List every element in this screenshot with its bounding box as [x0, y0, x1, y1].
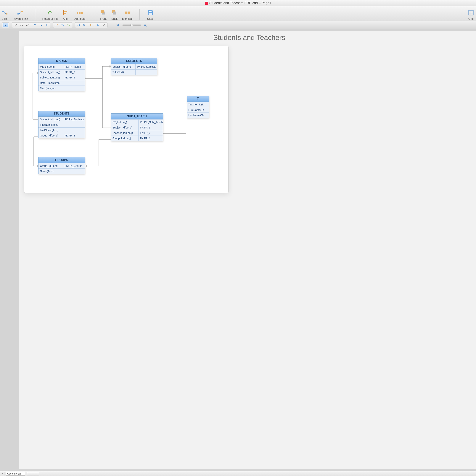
- svg-rect-0: [2, 11, 4, 12]
- align-button[interactable]: Align: [63, 9, 69, 20]
- svg-rect-3: [17, 13, 19, 15]
- field-name: Student_Id(Long): [38, 69, 63, 75]
- svg-rect-20: [149, 11, 152, 12]
- zoom-in-button[interactable]: [143, 23, 148, 27]
- svg-rect-14: [101, 10, 104, 13]
- refresh-tool[interactable]: [76, 23, 81, 27]
- field-name: Group_Id(Long): [38, 133, 63, 138]
- entity-subjects[interactable]: SUBJECTS Subject_Id(Long)PK:PK_Subjects …: [111, 58, 157, 75]
- curve-tool[interactable]: [25, 23, 30, 27]
- front-button[interactable]: Front: [100, 9, 107, 20]
- eyedropper-tool[interactable]: [101, 23, 106, 27]
- toolbar-label: Identical: [122, 17, 133, 20]
- field-key: [63, 80, 85, 85]
- hconnector-tool[interactable]: [32, 23, 37, 27]
- svg-marker-36: [77, 25, 78, 26]
- field-name: Teacher_Id(Long): [111, 130, 138, 136]
- rotate-flip-button[interactable]: Rotate & Flip: [42, 9, 59, 20]
- field-key: FK:FR_6: [63, 69, 85, 75]
- field-key: [63, 128, 85, 133]
- send-back-icon: [111, 9, 118, 16]
- toolbar-label: Reverse link: [13, 17, 28, 20]
- svg-rect-10: [77, 12, 78, 14]
- branch-tool[interactable]: [44, 23, 49, 27]
- zoom-controls: [116, 23, 148, 27]
- entity-marks[interactable]: MARKS MarkId(Long)PK:PK_Marks Student_Id…: [38, 58, 85, 91]
- svg-point-31: [56, 24, 58, 26]
- connector-tool-group: [12, 22, 51, 28]
- field-name: Date(TimeStamp): [38, 80, 63, 85]
- svg-marker-72: [2, 473, 3, 475]
- vconnector-tool[interactable]: [38, 23, 43, 27]
- entity-title: STUDENTS: [38, 111, 85, 117]
- field-name: Student_Id(Long): [38, 117, 63, 122]
- page-tabstrip: [27, 472, 39, 476]
- entity-groups[interactable]: GROUPS Group_Id(Long)PK:PK_Groups Name(T…: [38, 157, 85, 174]
- ungroup-tool[interactable]: [66, 23, 71, 27]
- svg-rect-16: [113, 12, 116, 15]
- svg-rect-35: [69, 25, 70, 26]
- lasso-tool[interactable]: [54, 23, 59, 27]
- svg-marker-27: [5, 24, 6, 26]
- field-name: Teacher_Id(L: [187, 102, 209, 107]
- grid-icon: [467, 9, 475, 16]
- identical-icon: [124, 9, 131, 16]
- field-key: [63, 86, 85, 91]
- page-tab[interactable]: [35, 472, 39, 476]
- entity-title: SUBJ_TEACH: [111, 114, 163, 119]
- pointer-tool[interactable]: [3, 23, 8, 27]
- floppy-icon: [147, 9, 154, 16]
- field-key: PK:PK_Subjects: [136, 64, 157, 69]
- group-tool[interactable]: [60, 23, 65, 27]
- window-title: Students and Teachers ERD.cdd – Page1: [209, 1, 271, 5]
- reverse-link-button[interactable]: Reverse link: [13, 9, 28, 20]
- svg-rect-17: [125, 12, 127, 14]
- svg-line-38: [85, 25, 86, 26]
- back-button[interactable]: Back: [111, 9, 118, 20]
- line-tool[interactable]: [13, 23, 18, 27]
- page-tab[interactable]: [31, 472, 35, 476]
- secondary-toolbar: [0, 21, 476, 29]
- make-link-button[interactable]: e link: [1, 9, 9, 20]
- zoom-dropdown[interactable]: Custom 61%: [6, 472, 25, 476]
- toolbar-separator: [93, 9, 93, 20]
- grid-button[interactable]: Grid: [467, 9, 475, 20]
- workspace[interactable]: Students and Teachers: [0, 29, 476, 471]
- toolbar-label: e link: [2, 17, 8, 20]
- stamp-tool[interactable]: [95, 23, 100, 27]
- svg-rect-22: [469, 10, 473, 15]
- entity-title: MARKS: [38, 58, 85, 64]
- pan-tool[interactable]: [88, 23, 93, 27]
- toolbar-label: Distribute: [74, 17, 85, 20]
- save-button[interactable]: Save: [147, 9, 154, 20]
- field-key: PK:PK_Groups: [63, 163, 85, 169]
- page-prev-button[interactable]: [0, 472, 4, 476]
- field-name: Mark(Integer): [38, 86, 63, 91]
- toolbar-separator: [139, 9, 140, 20]
- field-name: Subject_Id(Long): [111, 125, 138, 130]
- field-name: LastName(Text): [38, 128, 63, 133]
- svg-rect-39: [97, 25, 99, 26]
- zoom-out-button[interactable]: [116, 23, 120, 27]
- identical-button[interactable]: Identical: [122, 9, 133, 20]
- field-key: FK:FR_1: [138, 136, 163, 141]
- arc-tool[interactable]: [19, 23, 24, 27]
- entity-students[interactable]: STUDENTS Student_Id(Long)PK:PK_Students …: [38, 111, 85, 138]
- entity-teachers[interactable]: T Teacher_Id(L FirstName(Te LastName(Te: [187, 96, 209, 118]
- rotate-icon: [47, 9, 54, 16]
- canvas[interactable]: Students and Teachers: [18, 31, 476, 469]
- entity-subj-teach[interactable]: SUBJ_TEACH ST_Id(Long)PK:PK_Subj_Teach S…: [111, 113, 163, 141]
- svg-line-2: [4, 12, 6, 14]
- zoom-tool[interactable]: [82, 23, 87, 27]
- svg-marker-6: [48, 13, 49, 15]
- distribute-button[interactable]: Distribute: [74, 9, 85, 20]
- main-toolbar: e link Reverse link Rotate & Flip Align: [0, 6, 476, 21]
- svg-rect-18: [128, 12, 130, 14]
- zoom-slider[interactable]: [122, 25, 141, 26]
- zoom-slider-knob[interactable]: [130, 24, 133, 26]
- page-tab[interactable]: [27, 472, 31, 476]
- view-tool-group: [75, 22, 107, 28]
- field-key: [136, 69, 157, 75]
- svg-rect-4: [21, 11, 23, 12]
- field-name: Subject_Id(Long): [111, 64, 136, 69]
